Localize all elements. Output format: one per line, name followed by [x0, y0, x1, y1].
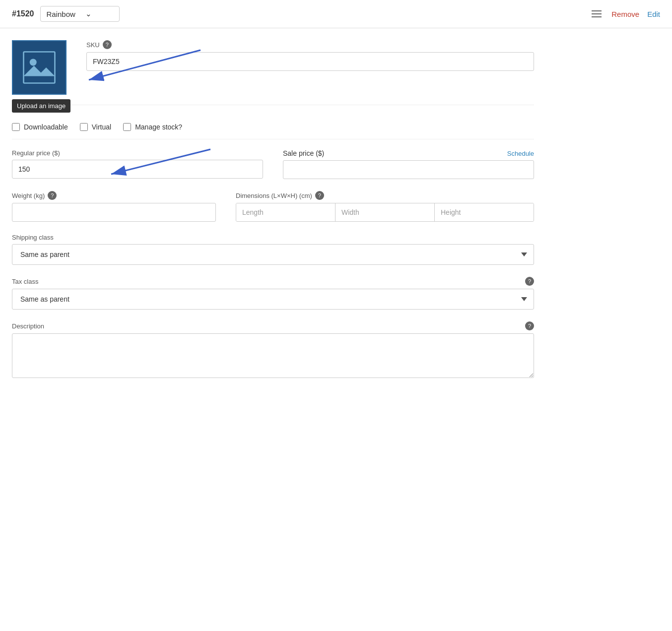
downloadable-checkbox-item[interactable]: Downloadable — [12, 123, 68, 131]
tax-class-help-icon[interactable]: ? — [525, 277, 534, 286]
downloadable-label: Downloadable — [24, 123, 68, 131]
dimensions-help-icon[interactable]: ? — [315, 191, 324, 200]
variant-label: Rainbow — [47, 10, 75, 18]
sale-price-label: Sale price ($) — [283, 149, 324, 157]
image-upload-box[interactable] — [12, 40, 67, 95]
dimensions-inputs — [236, 203, 534, 222]
description-textarea[interactable] — [12, 333, 534, 378]
image-section: Upload an image — [12, 40, 67, 95]
schedule-link[interactable]: Schedule — [507, 150, 534, 157]
manage-stock-checkbox[interactable] — [123, 123, 131, 131]
regular-price-input[interactable] — [12, 160, 263, 179]
svg-marker-2 — [24, 66, 55, 76]
tax-class-wrapper: Same as parent — [12, 289, 534, 310]
manage-stock-label: Manage stock? — [135, 123, 182, 131]
sale-price-label-row: Sale price ($) Schedule — [283, 149, 534, 157]
header-right: Remove Edit — [590, 8, 660, 19]
weight-group: Weight (kg) ? — [12, 191, 216, 222]
dimensions-label: Dimensions (L×W×H) (cm) ? — [236, 191, 534, 200]
tax-class-label-row: Tax class ? — [12, 277, 534, 286]
virtual-label: Virtual — [92, 123, 111, 131]
top-section: Upload an image SKU ? — [12, 40, 534, 105]
downloadable-checkbox[interactable] — [12, 123, 20, 131]
sku-section: SKU ? — [86, 40, 534, 71]
virtual-checkbox-item[interactable]: Virtual — [80, 123, 111, 131]
shipping-class-section: Shipping class Same as parent — [12, 234, 534, 265]
description-label-row: Description ? — [12, 321, 534, 330]
prices-section: Regular price ($) Sale price ($) Schedul… — [12, 149, 534, 179]
variant-dropdown[interactable]: Rainbow ⌄ — [40, 6, 120, 22]
shipping-class-wrapper: Same as parent — [12, 244, 534, 265]
upload-tooltip: Upload an image — [12, 99, 70, 113]
remove-button[interactable]: Remove — [611, 10, 639, 18]
height-input[interactable] — [435, 203, 534, 221]
description-section: Description ? — [12, 321, 534, 379]
chevron-down-icon: ⌄ — [85, 9, 92, 18]
regular-price-group: Regular price ($) — [12, 149, 263, 179]
width-input[interactable] — [336, 203, 435, 221]
order-id: #1520 — [12, 9, 34, 18]
sale-price-group: Sale price ($) Schedule — [283, 149, 534, 179]
svg-point-1 — [30, 59, 37, 66]
length-input[interactable] — [236, 203, 336, 221]
tax-class-section: Tax class ? Same as parent — [12, 277, 534, 310]
regular-price-label: Regular price ($) — [12, 149, 263, 157]
svg-rect-0 — [24, 52, 55, 83]
header-left: #1520 Rainbow ⌄ — [12, 6, 120, 22]
virtual-checkbox[interactable] — [80, 123, 88, 131]
dimensions-group: Dimensions (L×W×H) (cm) ? — [236, 191, 534, 222]
shipping-class-select[interactable]: Same as parent — [12, 244, 534, 265]
weight-help-icon[interactable]: ? — [48, 191, 57, 200]
sale-price-input[interactable] — [283, 160, 534, 179]
weight-label: Weight (kg) ? — [12, 191, 216, 200]
sku-label: SKU ? — [86, 40, 534, 49]
description-help-icon[interactable]: ? — [525, 321, 534, 330]
hamburger-menu-icon[interactable] — [590, 8, 604, 19]
sku-help-icon[interactable]: ? — [103, 40, 112, 49]
shipping-class-label: Shipping class — [12, 234, 534, 241]
sku-input[interactable] — [86, 52, 534, 71]
header: #1520 Rainbow ⌄ Remove Edit — [0, 0, 672, 28]
weight-input[interactable] — [12, 203, 216, 222]
edit-button[interactable]: Edit — [647, 10, 660, 18]
manage-stock-checkbox-item[interactable]: Manage stock? — [123, 123, 182, 131]
product-image-icon — [22, 50, 57, 85]
main-content: Upload an image SKU ? — [0, 28, 546, 403]
checkboxes-row: Downloadable Virtual Manage stock? — [12, 115, 534, 139]
dimensions-section: Weight (kg) ? Dimensions (L×W×H) (cm) ? — [12, 191, 534, 222]
tax-class-select[interactable]: Same as parent — [12, 289, 534, 310]
